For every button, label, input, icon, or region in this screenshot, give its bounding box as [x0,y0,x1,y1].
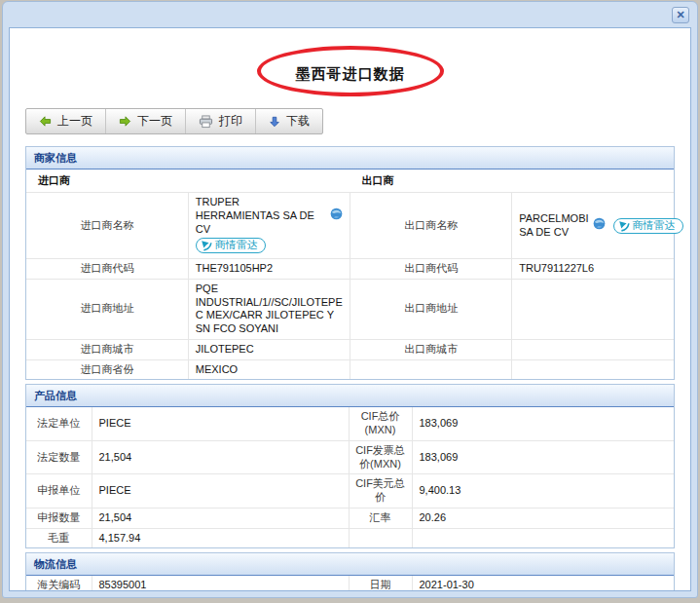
exporter-name: PARCELMOBI SA DE CV [519,212,588,240]
table-row: 进口商 出口商 [26,170,674,193]
importer-name: TRUPER HERRAMIENTAS SA DE CV [196,196,326,236]
product-table: 法定单位 PIECE CIF总价(MXN) 183,069 法定数量 21,50… [26,407,674,547]
section-header: 物流信息 [26,553,674,576]
field-label [349,528,412,547]
table-row: 申报单位 PIECE CIF美元总价 9,400.13 [26,474,674,509]
field-label: CIF美元总价 [349,474,412,509]
field-label: 海关编码 [26,576,92,591]
arrow-left-icon [39,115,52,128]
close-icon[interactable]: ✕ [672,7,689,23]
table-row: 海关编码 85395001 日期 2021-01-30 [26,576,674,591]
field-label: 进口商名称 [26,193,188,259]
section-header: 商家信息 [26,147,674,170]
exporter-name-cell: PARCELMOBI SA DE CV [512,193,674,259]
business-radar-badge[interactable]: 商情雷达 [196,238,266,253]
field-label: 进口商省份 [26,359,188,379]
next-page-label: 下一页 [137,113,172,130]
field-label: 出口商代码 [350,259,512,280]
section-header: 产品信息 [26,385,674,407]
field-value: 9,400.13 [412,474,674,509]
table-row: 法定单位 PIECE CIF总价(MXN) 183,069 [26,407,674,440]
prev-page-label: 上一页 [57,113,92,130]
radar-badge-label: 商情雷达 [215,239,258,252]
field-value: PIECE [92,474,349,509]
download-button[interactable]: 下载 [256,109,322,133]
exporter-column-header: 出口商 [350,170,675,193]
table-row: 毛重 4,157.94 [26,528,674,547]
field-value: 20.26 [412,508,674,528]
table-row: 法定数量 21,504 CIF发票总价(MXN) 183,069 [26,440,674,474]
next-page-button[interactable]: 下一页 [106,109,186,133]
download-label: 下载 [286,113,310,130]
table-row: 进口商代码 THE791105HP2 出口商代码 TRU7911227L6 [26,259,674,280]
prev-page-button[interactable]: 上一页 [26,109,106,133]
radar-badge-label: 商情雷达 [633,219,676,233]
table-row: 进口商省份 MEXICO [26,359,674,379]
field-label: 申报数量 [26,508,92,528]
field-value: THE791105HP2 [188,259,350,280]
dialog-window: ✕ 墨西哥进口数据 上一页 下一页 [2,1,698,598]
field-value: 21,504 [92,440,349,474]
field-value [412,528,674,547]
importer-column-header: 进口商 [26,170,350,193]
merchant-table: 进口商 出口商 进口商名称 TRUPER HERRAMIENTAS SA DE … [26,170,674,379]
arrow-down-icon [269,116,280,128]
field-value: 183,069 [412,440,674,474]
field-value: 21,504 [92,508,349,528]
field-value [512,359,674,379]
radar-icon [618,220,630,232]
globe-icon[interactable] [330,207,343,224]
field-value: PIECE [92,407,349,440]
field-value: PQE INDUSTRIAL/1//SC/JILOTEPEC MEX/CARR … [188,279,350,339]
page-title: 墨西哥进口数据 [25,65,675,84]
field-label: 出口商城市 [350,339,512,359]
field-value: 183,069 [412,407,674,440]
dialog-body: 墨西哥进口数据 上一页 下一页 [9,27,691,591]
field-label: 申报单位 [26,474,92,509]
field-value: JILOTEPEC [188,339,350,359]
field-value [512,339,674,359]
table-row: 进口商地址 PQE INDUSTRIAL/1//SC/JILOTEPEC MEX… [26,279,674,339]
field-value: 4,157.94 [92,528,349,547]
field-value: TRU7911227L6 [512,259,674,280]
field-value: MEXICO [188,359,350,379]
printer-icon [199,115,213,129]
business-radar-badge[interactable]: 商情雷达 [613,218,683,234]
field-label [350,359,512,379]
section-merchant-info: 商家信息 进口商 出口商 进口商名称 TRUPER HERRAMIENTAS S… [25,146,675,380]
field-value: 2021-01-30 [412,576,674,591]
section-logistics-info: 物流信息 海关编码 85395001 日期 2021-01-30 原产国 CHI… [25,552,675,591]
field-label: 汇率 [349,508,412,528]
field-label: 出口商名称 [350,193,512,259]
field-label: 法定数量 [26,440,92,474]
table-row: 进口商名称 TRUPER HERRAMIENTAS SA DE CV [26,193,674,259]
field-label: 进口商城市 [26,339,188,359]
dialog-titlebar[interactable]: ✕ [3,2,697,27]
table-row: 申报数量 21,504 汇率 20.26 [26,508,674,528]
radar-icon [201,240,212,251]
toolbar: 上一页 下一页 打印 [25,108,323,134]
print-label: 打印 [219,113,242,130]
field-value: 85395001 [92,576,349,591]
field-label: 进口商代码 [26,259,188,280]
table-row: 进口商城市 JILOTEPEC 出口商城市 [26,339,674,359]
field-value [512,279,674,339]
field-label: 进口商地址 [26,279,188,339]
title-row: 墨西哥进口数据 [25,40,675,104]
globe-icon[interactable] [593,217,606,234]
print-button[interactable]: 打印 [186,109,256,133]
importer-name-cell: TRUPER HERRAMIENTAS SA DE CV [188,193,350,259]
field-label: CIF总价(MXN) [349,407,412,440]
field-label: 出口商地址 [350,279,512,339]
field-label: 法定单位 [26,407,92,440]
field-label: CIF发票总价(MXN) [349,440,412,474]
logistics-table: 海关编码 85395001 日期 2021-01-30 原产国 CHINA 运输… [26,576,674,591]
section-product-info: 产品信息 法定单位 PIECE CIF总价(MXN) 183,069 法定数量 … [25,384,675,548]
field-label: 毛重 [26,528,92,547]
arrow-right-icon [119,115,131,128]
field-label: 日期 [349,576,412,591]
